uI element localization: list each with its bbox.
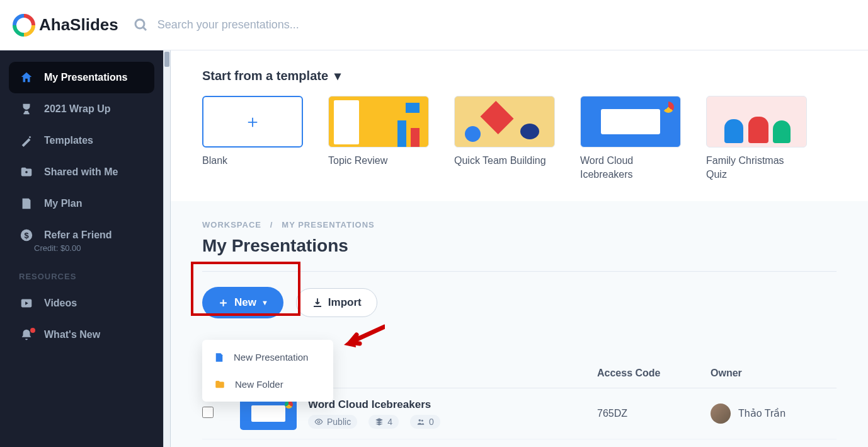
caret-down-icon: ▼: [261, 299, 268, 306]
template-label: Word Cloud Icebreakers: [580, 154, 681, 182]
plus-icon: ＋: [217, 294, 229, 311]
search-icon: [134, 18, 149, 33]
home-icon: [19, 71, 34, 84]
breadcrumb: WORKSPACE / MY PRESENTATIONS: [202, 220, 837, 229]
resources-heading: RESOURCES: [9, 253, 154, 287]
breadcrumb-separator: /: [270, 220, 273, 229]
visibility-badge: Public: [308, 415, 357, 429]
svg-point-3: [25, 171, 28, 173]
wand-icon: [19, 134, 34, 148]
template-label: Family Christmas Quiz: [706, 154, 807, 182]
chevron-down-icon: ▾: [334, 68, 341, 83]
dropdown-item-label: New Folder: [235, 379, 283, 390]
import-button-label: Import: [328, 296, 362, 309]
template-thumb: [580, 96, 681, 148]
file-icon: [214, 351, 225, 364]
scrollbar-thumb[interactable]: [164, 52, 169, 67]
template-heading-label: Start from a template: [202, 69, 328, 83]
svg-point-8: [317, 421, 320, 423]
svg-point-9: [418, 419, 421, 422]
users-icon: [416, 417, 425, 426]
sidebar-item-whats-new[interactable]: What's New: [9, 319, 154, 351]
bell-icon: [19, 328, 34, 342]
column-access-code: Access Code: [597, 368, 711, 379]
sidebar: My Presentations 2021 Wrap Up Templates …: [0, 50, 163, 447]
plus-icon: ＋: [244, 110, 261, 134]
new-dropdown: New Presentation New Folder: [202, 340, 333, 402]
sidebar-item-label: Videos: [44, 298, 77, 309]
svg-point-1: [135, 20, 144, 28]
sidebar-scrollbar[interactable]: [163, 50, 171, 447]
sidebar-item-label: 2021 Wrap Up: [44, 103, 111, 115]
video-icon: [19, 296, 34, 310]
template-label: Blank: [202, 154, 303, 168]
eye-icon: [314, 417, 323, 426]
notification-dot: [30, 328, 35, 333]
template-blank[interactable]: ＋ Blank: [202, 96, 303, 182]
new-button[interactable]: ＋ New ▼: [202, 287, 283, 318]
annotation-arrow: [341, 323, 385, 349]
import-button[interactable]: Import: [296, 288, 377, 317]
brand-logo[interactable]: AhaSlides: [13, 14, 118, 37]
sidebar-item-label: Templates: [44, 135, 93, 146]
participants-count: 0: [429, 417, 434, 427]
template-thumb: [706, 96, 807, 148]
sidebar-item-templates[interactable]: Templates: [9, 125, 154, 156]
svg-line-2: [143, 27, 146, 30]
download-icon: [312, 297, 323, 308]
sidebar-item-label: My Presentations: [44, 72, 127, 83]
brand-name: AhaSlides: [39, 15, 118, 35]
template-thumb: [454, 96, 555, 148]
sidebar-item-shared[interactable]: Shared with Me: [9, 156, 154, 188]
credit-label: Credit: $0.00: [9, 243, 154, 253]
breadcrumb-current: MY PRESENTATIONS: [282, 220, 374, 229]
page-title: My Presentations: [202, 236, 837, 256]
template-heading[interactable]: Start from a template ▾: [202, 68, 837, 83]
svg-text:$: $: [24, 231, 28, 240]
template-topic-review[interactable]: Topic Review: [328, 96, 429, 182]
owner-avatar: [711, 403, 731, 424]
breadcrumb-root[interactable]: WORKSPACE: [202, 220, 261, 229]
dollar-icon: $: [19, 228, 34, 242]
sidebar-item-refer[interactable]: $ Refer a Friend: [9, 219, 154, 245]
layers-icon: [375, 417, 384, 426]
template-label: Topic Review: [328, 154, 429, 168]
sidebar-item-label: Refer a Friend: [44, 229, 112, 241]
presentation-thumbnail: [240, 397, 297, 430]
slides-count: 4: [387, 417, 392, 427]
sidebar-item-my-presentations[interactable]: My Presentations: [9, 62, 154, 93]
dropdown-new-presentation[interactable]: New Presentation: [202, 344, 333, 371]
template-family-quiz[interactable]: Family Christmas Quiz: [706, 96, 807, 182]
sidebar-item-videos[interactable]: Videos: [9, 287, 154, 319]
template-thumb: [328, 96, 429, 148]
row-checkbox[interactable]: [202, 407, 214, 418]
template-label: Quick Team Building: [454, 154, 555, 168]
svg-point-10: [421, 420, 423, 422]
invoice-icon: [19, 197, 34, 211]
sidebar-item-my-plan[interactable]: My Plan: [9, 188, 154, 219]
shared-folder-icon: [19, 165, 34, 179]
slides-count-badge: 4: [368, 415, 399, 429]
search-input[interactable]: [157, 18, 855, 32]
brand-logo-icon: [13, 14, 35, 37]
sidebar-item-label: My Plan: [44, 198, 82, 209]
template-thumb-blank: ＋: [202, 96, 303, 148]
sidebar-item-label: What's New: [44, 329, 100, 340]
access-code: 765DZ: [597, 408, 711, 419]
sidebar-item-label: Shared with Me: [44, 166, 118, 178]
template-word-cloud[interactable]: Word Cloud Icebreakers: [580, 96, 681, 182]
participants-badge: 0: [410, 415, 440, 429]
column-owner: Owner: [711, 368, 837, 379]
dropdown-item-label: New Presentation: [234, 352, 308, 363]
trophy-icon: [19, 102, 34, 116]
folder-icon: [214, 379, 226, 390]
svg-marker-7: [344, 336, 356, 347]
template-team-building[interactable]: Quick Team Building: [454, 96, 555, 182]
new-button-label: New: [234, 296, 256, 309]
visibility-label: Public: [327, 417, 351, 427]
owner-name: Thảo Trần: [738, 407, 785, 419]
divider: [202, 271, 837, 272]
dropdown-new-folder[interactable]: New Folder: [202, 371, 333, 398]
sidebar-item-wrap-up[interactable]: 2021 Wrap Up: [9, 93, 154, 125]
